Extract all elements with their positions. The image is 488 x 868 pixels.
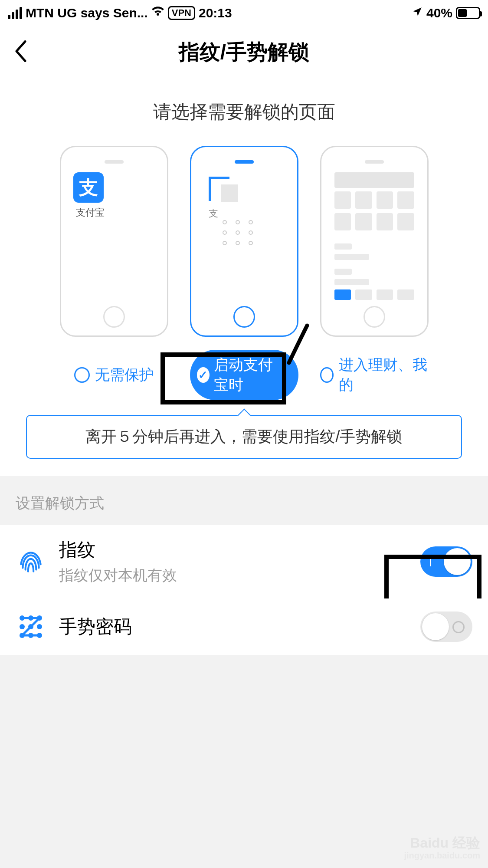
alipay-app-label: 支付宝 [76,206,157,219]
pattern-lock-icon [16,612,46,642]
back-button[interactable] [13,40,29,64]
radio-unchecked-icon [320,367,334,383]
row-title: 指纹 [59,538,407,562]
carrier-text: MTN UG says Sen... [26,6,148,20]
option-preview-finance[interactable] [320,146,429,337]
page-selection-section: 请选择需要解锁的页面 支 支付宝 支 [0,78,488,476]
status-bar: MTN UG says Sen... VPN 20:13 40% [0,0,488,26]
watermark: Baidu 经验 jingyan.baidu.com [404,835,480,860]
signal-icon [8,7,22,19]
radio-no-protection[interactable]: 无需保护 [60,365,168,385]
row-gesture-password: 手势密码 [0,598,488,655]
gesture-toggle[interactable] [420,612,472,642]
vpn-badge: VPN [168,6,195,20]
status-time: 20:13 [199,6,232,20]
option-preview-none[interactable]: 支 支付宝 [60,146,168,337]
svg-point-5 [37,624,42,629]
row-title: 手势密码 [59,615,407,639]
option-preview-launch[interactable]: 支 [190,146,298,337]
section-header-unlock-method: 设置解锁方式 [0,476,488,525]
radio-label: 进入理财、我的 [339,355,428,395]
annotation-highlight-1 [160,352,286,404]
location-icon [412,6,423,20]
selection-description: 离开５分钟后再进入，需要使用指纹/手势解锁 [26,415,462,459]
radio-unchecked-icon [74,367,90,383]
svg-point-3 [20,624,25,629]
wifi-icon [151,6,164,20]
fingerprint-icon [16,546,46,577]
battery-icon [456,7,480,19]
radio-label: 无需保护 [95,365,154,385]
radio-finance-mine[interactable]: 进入理财、我的 [320,355,429,395]
page-title: 指纹/手势解锁 [179,38,309,66]
alipay-app-icon: 支 [73,172,104,203]
section-subtitle: 请选择需要解锁的页面 [0,100,488,124]
row-subtitle: 指纹仅对本机有效 [59,566,407,585]
nav-bar: 指纹/手势解锁 [0,26,488,78]
battery-pct: 40% [426,6,452,20]
